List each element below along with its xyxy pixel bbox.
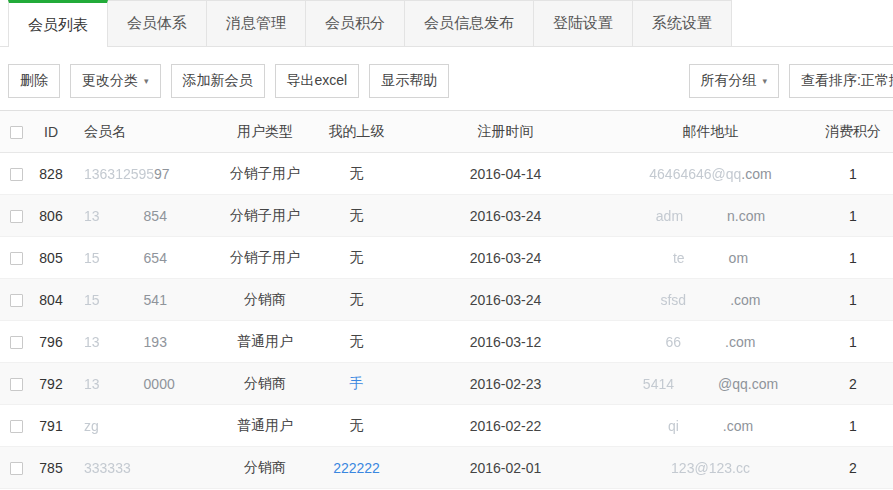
member-points: 1 — [813, 279, 893, 321]
row-checkbox[interactable] — [10, 168, 23, 181]
row-checkbox[interactable] — [10, 294, 23, 307]
member-name-visible-start: 13 — [84, 208, 100, 224]
member-points: 1 — [813, 237, 893, 279]
member-type: 分销商 — [220, 279, 310, 321]
row-checkbox[interactable] — [10, 420, 23, 433]
member-email-visible-start: 66 — [666, 334, 682, 350]
member-id: 792 — [30, 363, 72, 405]
member-email-visible-end: .com — [741, 166, 771, 182]
header-superior: 我的上级 — [310, 111, 403, 153]
member-table: ID 会员名 用户类型 我的上级 注册时间 邮件地址 消费积分 828 1363… — [0, 110, 893, 489]
member-reg-time: 2016-02-22 — [403, 405, 608, 447]
member-email-visible-end: .com — [725, 334, 755, 350]
member-reg-time: 2016-03-24 — [403, 237, 608, 279]
change-category-label: 更改分类 — [82, 72, 138, 90]
member-name: 13631259597 — [72, 153, 220, 195]
member-name-visible-start: 15 — [84, 250, 100, 266]
caret-down-icon: ▾ — [144, 77, 149, 86]
member-name: zg — [72, 405, 220, 447]
caret-down-icon: ▾ — [763, 77, 768, 86]
tab-login-settings[interactable]: 登陆设置 — [533, 0, 633, 46]
member-email-visible-end: n.com — [727, 208, 765, 224]
show-help-button[interactable]: 显示帮助 — [369, 64, 449, 98]
member-email: 123@123.cc — [608, 447, 813, 489]
member-name-visible-end: 854 — [144, 208, 167, 224]
member-name-visible-end: 0000 — [144, 376, 175, 392]
delete-button[interactable]: 删除 — [8, 64, 60, 98]
table-row: 806 13854 分销子用户 无 2016-03-24 admn.com 1 — [0, 195, 893, 237]
member-name-visible-start: 333333 — [84, 460, 131, 476]
member-name-visible-end: 654 — [144, 250, 167, 266]
member-type: 普通用户 — [220, 321, 310, 363]
member-email-visible-start: 5414 — [643, 376, 674, 392]
tab-message-management[interactable]: 消息管理 — [206, 0, 306, 46]
row-checkbox[interactable] — [10, 462, 23, 475]
member-email: 66.com — [608, 321, 813, 363]
member-superior[interactable]: 222222 — [333, 460, 380, 476]
all-groups-label: 所有分组 — [701, 72, 757, 90]
member-name-visible-end: 97 — [154, 166, 170, 182]
header-name: 会员名 — [72, 111, 220, 153]
member-name-visible-end: 193 — [144, 334, 167, 350]
member-email-visible-end: @qq.com — [718, 376, 778, 392]
tab-system-settings[interactable]: 系统设置 — [632, 0, 732, 46]
row-checkbox[interactable] — [10, 210, 23, 223]
member-name-visible-end: 541 — [144, 292, 167, 308]
member-email-visible-start: qi — [668, 418, 679, 434]
tab-member-points[interactable]: 会员积分 — [305, 0, 405, 46]
export-excel-button[interactable]: 导出excel — [275, 64, 360, 98]
member-points: 1 — [813, 195, 893, 237]
add-member-button[interactable]: 添加新会员 — [171, 64, 265, 98]
member-reg-time: 2016-03-12 — [403, 321, 608, 363]
member-type: 分销子用户 — [220, 237, 310, 279]
header-type: 用户类型 — [220, 111, 310, 153]
header-reg-time: 注册时间 — [403, 111, 608, 153]
member-email: 46464646@qq.com — [608, 153, 813, 195]
member-name-visible-start: 13 — [84, 334, 100, 350]
member-superior[interactable]: 手 — [350, 375, 364, 391]
member-points: 1 — [813, 405, 893, 447]
member-type: 分销商 — [220, 363, 310, 405]
member-name-visible-start: zg — [84, 418, 99, 434]
change-category-dropdown[interactable]: 更改分类 ▾ — [70, 64, 161, 98]
member-points: 2 — [813, 447, 893, 489]
member-superior: 无 — [350, 417, 364, 433]
member-name: 13854 — [72, 195, 220, 237]
member-type: 分销子用户 — [220, 195, 310, 237]
member-email: admn.com — [608, 195, 813, 237]
tab-member-list[interactable]: 会员列表 — [8, 0, 108, 47]
member-reg-time: 2016-03-24 — [403, 279, 608, 321]
member-email: qi.com — [608, 405, 813, 447]
all-groups-dropdown[interactable]: 所有分组 ▾ — [689, 64, 780, 98]
table-row: 805 15654 分销子用户 无 2016-03-24 teom 1 — [0, 237, 893, 279]
member-type: 分销商 — [220, 447, 310, 489]
tab-member-system[interactable]: 会员体系 — [107, 0, 207, 46]
row-checkbox[interactable] — [10, 336, 23, 349]
member-email-visible-end: om — [729, 250, 748, 266]
header-id: ID — [30, 111, 72, 153]
row-checkbox[interactable] — [10, 378, 23, 391]
member-name-visible-start: 15 — [84, 292, 100, 308]
table-row: 828 13631259597 分销子用户 无 2016-04-14 46464… — [0, 153, 893, 195]
member-superior: 无 — [350, 165, 364, 181]
tab-member-info-publish[interactable]: 会员信息发布 — [404, 0, 534, 46]
member-superior: 无 — [350, 333, 364, 349]
row-checkbox[interactable] — [10, 252, 23, 265]
select-all-checkbox[interactable] — [10, 126, 23, 139]
member-email-visible-start: te — [673, 250, 685, 266]
member-email: teom — [608, 237, 813, 279]
tab-bar: 会员列表 会员体系 消息管理 会员积分 会员信息发布 登陆设置 系统设置 — [0, 0, 893, 47]
member-reg-time: 2016-02-01 — [403, 447, 608, 489]
table-header-row: ID 会员名 用户类型 我的上级 注册时间 邮件地址 消费积分 — [0, 111, 893, 153]
member-name-visible-start: 136312595 — [84, 166, 154, 182]
sort-order-button[interactable]: 查看排序:正常排序 — [789, 64, 893, 98]
member-type: 普通用户 — [220, 405, 310, 447]
member-points: 2 — [813, 363, 893, 405]
member-reg-time: 2016-03-24 — [403, 195, 608, 237]
table-row: 804 15541 分销商 无 2016-03-24 sfsd.com 1 — [0, 279, 893, 321]
member-email-visible-start: sfsd — [660, 292, 686, 308]
member-email: sfsd.com — [608, 279, 813, 321]
member-id: 796 — [30, 321, 72, 363]
member-name: 13193 — [72, 321, 220, 363]
header-points: 消费积分 — [813, 111, 893, 153]
